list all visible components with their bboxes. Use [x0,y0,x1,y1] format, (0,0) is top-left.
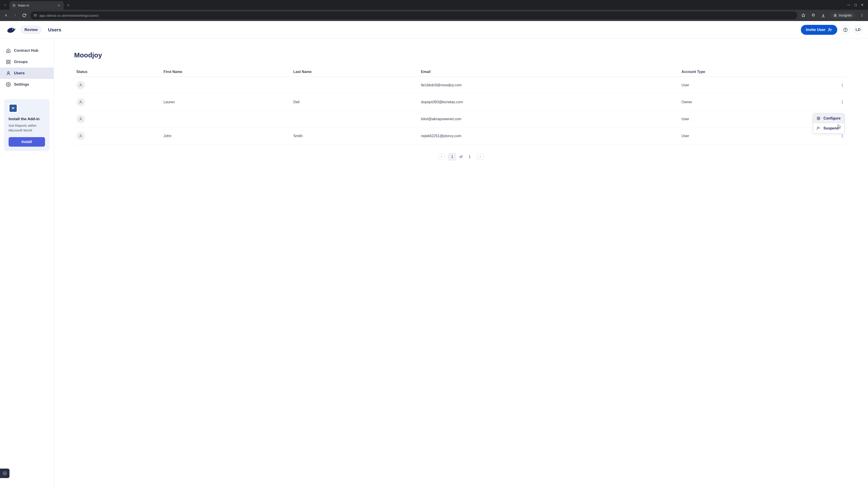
svg-point-29 [80,135,81,136]
grid-icon [6,59,11,64]
svg-point-24 [842,103,843,104]
maximize-icon[interactable]: ▢ [854,3,857,6]
menu-item-suspend[interactable]: Suspend [813,123,844,133]
svg-point-14 [8,84,9,85]
users-table: Status First Name Last Name Email Accoun… [74,67,848,144]
cell-last-name [291,77,418,94]
menu-item-configure[interactable]: Configure [813,113,844,123]
incognito-badge[interactable]: Incognito [830,12,855,18]
svg-rect-9 [6,60,8,61]
status-avatar-icon [76,132,85,140]
svg-point-34 [817,127,819,128]
install-button[interactable]: Install [8,137,45,147]
status-avatar-icon [76,81,85,90]
url-text: app.robinai.co.uk/review/settings/users/ [39,13,99,18]
user-plus-icon [828,28,832,32]
page-total: 1 [466,153,474,161]
cell-first-name [161,77,291,94]
tab-search-dropdown[interactable] [2,2,8,8]
cell-email: nejek62251@ploncy.com [418,128,679,144]
sidebar-item-groups[interactable]: Groups [0,56,54,68]
svg-point-33 [818,118,819,119]
help-button[interactable] [841,25,850,34]
browser-chrome: Robin AI ✕ ＋ — ▢ ✕ app.robinai.co.uk/rev… [0,0,868,21]
back-icon[interactable] [3,12,9,18]
cell-first-name: John [161,128,291,144]
browser-menu-icon[interactable] [859,12,865,18]
svg-point-6 [829,28,830,30]
minimize-icon[interactable]: — [847,3,850,6]
col-first-name: First Name [161,67,291,77]
col-email: Email [418,67,679,77]
cell-first-name: Lauren [161,94,291,111]
app-header: Review Users Invite User LD [0,21,868,39]
page-prev-button[interactable] [438,153,445,160]
svg-point-5 [862,16,862,17]
url-input[interactable]: app.robinai.co.uk/review/settings/users/ [30,11,797,19]
svg-point-16 [4,473,5,474]
svg-point-25 [80,118,81,119]
status-avatar-icon [76,98,85,106]
review-nav-button[interactable]: Review [20,26,42,34]
incognito-label: Incognito [839,13,852,17]
table-row: JohnSmithnejek62251@ploncy.comUser [74,128,848,144]
cell-last-name: Deli [291,94,418,111]
downloads-icon[interactable] [820,12,826,18]
user-x-icon [816,126,821,131]
main-content: Moodjoy Status First Name Last Name Emai… [54,39,868,488]
cell-account-type: Owner [679,94,837,111]
forward-icon[interactable] [12,12,18,18]
tab-title: Robin AI [18,4,55,7]
row-more-button[interactable] [839,82,845,88]
sidebar-item-users[interactable]: Users [0,68,54,79]
menu-item-label: Configure [824,116,841,121]
svg-point-4 [862,15,862,16]
svg-rect-10 [9,60,10,61]
tab-close-icon[interactable]: ✕ [57,3,61,7]
svg-point-23 [842,102,843,103]
col-account-type: Account Type [679,67,837,77]
robin-logo-icon[interactable] [5,26,16,34]
window-controls: — ▢ ✕ [847,3,866,6]
col-last-name: Last Name [291,67,418,77]
svg-rect-11 [6,62,8,64]
row-more-button[interactable] [839,99,845,105]
svg-point-32 [842,137,843,138]
sidebar-item-settings[interactable]: Settings [0,79,54,90]
addin-description: Get Reports within Microsoft Word! [8,123,45,133]
table-row: LaurenDelidopejot393@konetas.comOwner [74,94,848,111]
site-info-icon[interactable] [33,13,37,17]
floating-help-badge[interactable] [0,468,9,478]
svg-point-13 [7,72,9,73]
table-row: lxkvt@akirapowered.comUser [74,111,848,128]
cell-email: 8e1bbdc8@moodjoy.com [418,77,679,94]
new-tab-button[interactable]: ＋ [65,2,71,8]
cell-email: dopejot393@konetas.com [418,94,679,111]
pagination: 1 of 1 [74,153,848,161]
close-window-icon[interactable]: ✕ [861,3,864,6]
row-context-menu: Configure Suspend [813,113,844,133]
sidebar-item-label: Settings [14,82,29,87]
svg-point-30 [842,134,843,135]
svg-point-19 [842,85,843,86]
svg-rect-1 [34,14,37,16]
table-row: 8e1bbdc8@moodjoy.comUser [74,77,848,94]
page-current: 1 [448,153,456,161]
row-more-button[interactable] [839,133,845,139]
sidebar-item-contract-hub[interactable]: Contract Hub [0,45,54,56]
browser-tab[interactable]: Robin AI ✕ [9,1,64,10]
svg-rect-12 [9,62,10,64]
page-next-button[interactable] [477,153,484,160]
sidebar: Contract Hub Groups Users Settings W Ins… [0,39,54,488]
extensions-icon[interactable] [810,12,816,18]
reload-icon[interactable] [21,12,27,18]
cell-email: lxkvt@akirapowered.com [418,111,679,128]
invite-user-button[interactable]: Invite User [801,25,837,35]
page-of-label: of [459,155,462,159]
bookmark-icon[interactable] [800,12,806,18]
org-title: Moodjoy [74,51,848,59]
sidebar-item-label: Groups [14,60,28,64]
svg-point-31 [842,136,843,136]
gear-icon [816,116,821,121]
user-avatar[interactable]: LD [854,25,863,34]
